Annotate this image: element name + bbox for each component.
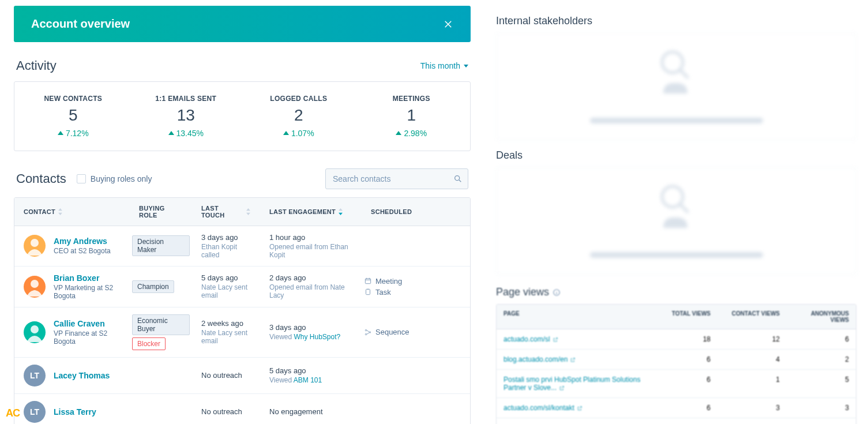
metric-value: 5 — [17, 106, 130, 125]
calendar-icon — [364, 277, 372, 285]
last-touch-time: 3 days ago — [201, 233, 251, 242]
page-views-heading-row: Page views — [496, 286, 856, 298]
column-header-page[interactable]: PAGE — [497, 305, 648, 329]
avatar[interactable]: LT — [24, 365, 46, 387]
engagement-link[interactable]: Why HubSpot? — [294, 333, 340, 341]
metric-delta: 1.07% — [283, 129, 314, 138]
column-header-scheduled[interactable]: SCHEDULED — [362, 205, 425, 219]
checkbox-icon — [77, 174, 86, 183]
info-icon[interactable] — [553, 288, 561, 297]
page-link[interactable]: actuado.com/sl — [503, 335, 558, 343]
avatar[interactable] — [24, 235, 46, 257]
contact-title: CEO at S2 Bogota — [54, 247, 111, 255]
column-header-anonymous-views[interactable]: ANONYMOUS VIEWS — [787, 305, 856, 329]
column-header-contact-views[interactable]: CONTACT VIEWS — [717, 305, 787, 329]
svg-rect-4 — [366, 289, 370, 294]
engagement-detail: Opened email from Ethan Kopit — [269, 243, 352, 259]
table-row: Callie Craven VP Finance at S2 Bogota Ec… — [14, 307, 470, 358]
column-header-buying-role[interactable]: BUYING ROLE — [130, 205, 192, 219]
table-row: Postali smo prvi HubSpot Platinum Soluti… — [497, 370, 856, 398]
trend-up-icon — [396, 131, 401, 135]
total-views-cell: 5 — [648, 418, 717, 424]
account-overview-panel: Account overview Activity This month NEW… — [0, 0, 479, 424]
table-row: actuado.com/sl/znanje 5 3 2 — [497, 418, 856, 424]
engagement-detail: Viewed ABM 101 — [269, 376, 352, 384]
contact-views-cell: 1 — [717, 370, 787, 397]
metric-value: 1 — [355, 106, 468, 125]
engagement-detail: Viewed Why HubSpot? — [269, 333, 352, 341]
empty-state-icon — [656, 50, 697, 102]
engagement-link[interactable]: ABM 101 — [294, 376, 322, 384]
brand-logo: AC — [6, 407, 20, 419]
svg-point-0 — [455, 175, 460, 180]
page-views-table: PAGE TOTAL VIEWS CONTACT VIEWS ANONYMOUS… — [496, 304, 856, 424]
last-touch-time: No outreach — [201, 371, 251, 380]
last-touch-detail: Nate Lacy sent email — [201, 329, 251, 345]
contacts-heading: Contacts — [16, 171, 66, 186]
stakeholders-empty-card — [496, 33, 856, 140]
column-header-total-views[interactable]: TOTAL VIEWS — [648, 305, 717, 329]
table-row: LT Lacey Thomas No outreach 5 days ago V… — [14, 358, 470, 394]
svg-point-7 — [365, 333, 366, 335]
activity-metric: MEETINGS 1 2.98% — [355, 95, 468, 138]
page-views-table-header: PAGE TOTAL VIEWS CONTACT VIEWS ANONYMOUS… — [497, 305, 856, 329]
page-link[interactable]: Postali smo prvi HubSpot Platinum Soluti… — [503, 376, 640, 392]
buying-roles-only-checkbox[interactable]: Buying roles only — [77, 174, 152, 183]
activity-heading: Activity — [16, 58, 57, 73]
table-row: Amy Andrews CEO at S2 Bogota Decision Ma… — [14, 226, 470, 267]
avatar[interactable]: LT — [24, 401, 46, 423]
table-row: Brian Boxer VP Marketing at S2 Bogota Ch… — [14, 267, 470, 307]
scheduled-item: Sequence — [364, 328, 423, 336]
svg-point-2 — [31, 280, 39, 288]
buying-role-chip: Champion — [132, 280, 174, 293]
avatar[interactable] — [24, 276, 46, 298]
scheduled-item: Task — [364, 288, 423, 297]
trend-up-icon — [168, 131, 174, 135]
contact-views-cell: 4 — [717, 350, 787, 369]
empty-state-icon — [656, 184, 697, 236]
panel-header: Account overview — [14, 6, 471, 42]
sequence-icon — [364, 328, 372, 336]
contact-name-link[interactable]: Amy Andrews — [54, 237, 111, 246]
metric-label: 1:1 EMAILS SENT — [130, 95, 243, 103]
sort-icon — [246, 208, 251, 215]
contacts-table: CONTACT BUYING ROLE LAST TOUCH LAST ENGA… — [14, 197, 471, 425]
anon-views-cell: 3 — [787, 398, 856, 418]
page-link[interactable]: blog.actuado.com/en — [503, 355, 576, 363]
metric-value: 13 — [130, 106, 243, 125]
contact-name-link[interactable]: Brian Boxer — [54, 273, 121, 283]
anon-views-cell: 5 — [787, 370, 856, 397]
scheduled-item: Meeting — [364, 277, 423, 286]
contact-views-cell: 12 — [717, 329, 787, 349]
total-views-cell: 6 — [648, 350, 717, 369]
last-engagement-time: 1 hour ago — [269, 233, 352, 242]
engagement-detail: Opened email from Nate Lacy — [269, 283, 352, 299]
page-link[interactable]: actuado.com/sl/kontakt — [503, 404, 583, 412]
search-icon — [453, 174, 463, 183]
last-engagement-time: 2 days ago — [269, 273, 352, 282]
contact-name-link[interactable]: Lissa Terry — [54, 407, 96, 417]
close-icon[interactable] — [443, 19, 453, 29]
search-input[interactable] — [325, 168, 468, 189]
external-link-icon — [559, 385, 565, 391]
contact-name-link[interactable]: Lacey Thomas — [54, 371, 110, 380]
page-views-heading: Page views — [496, 286, 549, 298]
external-link-icon — [577, 406, 583, 411]
svg-point-5 — [31, 325, 39, 333]
column-header-last-touch[interactable]: LAST TOUCH — [192, 205, 260, 219]
avatar[interactable] — [24, 321, 46, 343]
contact-name-link[interactable]: Callie Craven — [54, 319, 121, 328]
sort-icon — [58, 208, 63, 215]
search-contacts-field[interactable] — [325, 168, 468, 189]
contacts-table-header: CONTACT BUYING ROLE LAST TOUCH LAST ENGA… — [14, 198, 470, 226]
column-header-contact[interactable]: CONTACT — [14, 205, 130, 219]
contacts-header-row: Contacts Buying roles only — [14, 168, 471, 189]
table-row: LT Lissa Terry No outreach No engagement — [14, 394, 470, 425]
metric-delta: 13.45% — [168, 129, 204, 138]
time-range-filter[interactable]: This month — [420, 61, 468, 70]
clipboard-icon — [364, 288, 372, 296]
column-header-last-engagement[interactable]: LAST ENGAGEMENT — [260, 205, 362, 219]
last-engagement-time: No engagement — [269, 407, 352, 416]
contact-views-cell: 3 — [717, 418, 787, 424]
time-range-label: This month — [420, 61, 460, 70]
